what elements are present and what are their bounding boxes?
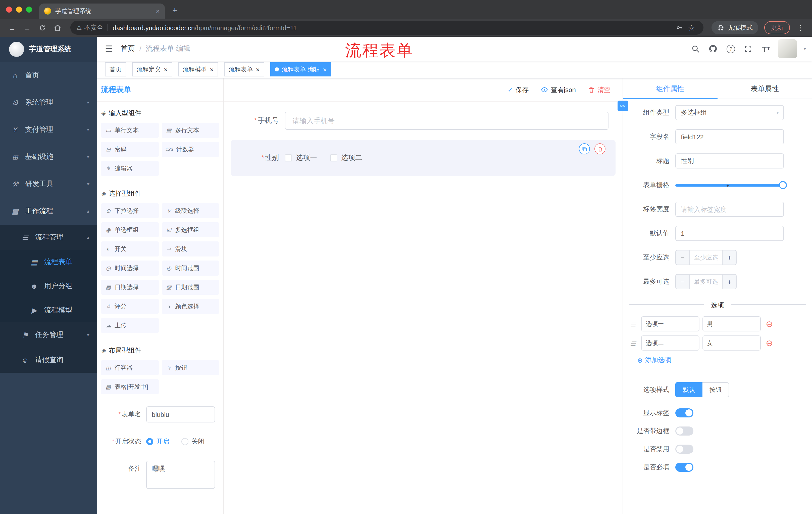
gender-option-1[interactable]: 选项一	[285, 154, 317, 162]
clear-button[interactable]: 清空	[588, 85, 610, 94]
sidebar-item-user-group[interactable]: ☻ 用户分组	[0, 274, 97, 298]
sidebar-item-devtools[interactable]: ⚒ 研发工具 ▾	[0, 170, 97, 198]
tag-process-definition[interactable]: 流程定义 ×	[132, 62, 172, 77]
caret-down-icon[interactable]: ▾	[804, 46, 806, 51]
phone-input[interactable]	[285, 112, 609, 130]
close-window-button[interactable]	[6, 6, 12, 12]
option-value-input[interactable]	[702, 335, 761, 351]
palette-item[interactable]: ☆评分	[101, 299, 158, 314]
max-select-value[interactable]: 最多可选	[690, 275, 722, 289]
default-value-input[interactable]	[675, 226, 784, 241]
field-phone[interactable]: *手机号	[231, 108, 615, 134]
increase-button[interactable]: +	[722, 275, 736, 289]
sidebar-item-process-manage[interactable]: ☰ 流程管理 ▴	[0, 225, 97, 250]
tag-process-form-edit[interactable]: 流程表单-编辑 ×	[270, 62, 331, 77]
help-icon[interactable]: ?	[725, 43, 736, 54]
show-label-toggle[interactable]	[675, 408, 693, 417]
palette-item[interactable]: ◉单选框组	[101, 222, 158, 237]
palette-item[interactable]: ⊟密码	[101, 142, 158, 157]
border-toggle[interactable]	[675, 427, 693, 436]
increase-button[interactable]: +	[722, 250, 736, 265]
tag-home[interactable]: 首页	[105, 62, 126, 77]
sidebar-item-process-model[interactable]: ▶ 流程模型	[0, 298, 97, 322]
tab-form-props[interactable]: 表单属性	[718, 78, 812, 99]
sidebar-logo[interactable]: 芋道管理系统	[0, 37, 97, 62]
palette-item[interactable]: ▭单行文本	[101, 123, 158, 138]
palette-item[interactable]: ◴时间范围	[162, 261, 219, 276]
disabled-toggle[interactable]	[675, 444, 693, 454]
min-select-value[interactable]: 至少应选	[690, 250, 722, 265]
decrease-button[interactable]: −	[676, 250, 690, 265]
breadcrumb-home[interactable]: 首页	[121, 44, 135, 53]
palette-item[interactable]: ▦日期选择	[101, 280, 158, 295]
gender-option-2[interactable]: 选项二	[330, 154, 362, 162]
drag-handle-icon[interactable]: ☰	[630, 339, 638, 347]
password-key-icon[interactable]	[673, 22, 685, 34]
palette-item[interactable]: ☁上传	[101, 318, 158, 333]
forward-icon[interactable]: →	[20, 21, 34, 35]
remove-option-icon[interactable]: ⊖	[766, 339, 773, 347]
add-option-button[interactable]: ⊕ 添加选项	[637, 356, 806, 364]
security-warning-icon[interactable]: ⚠	[76, 24, 82, 31]
save-button[interactable]: ✓ 保存	[508, 85, 529, 94]
drag-handle-icon[interactable]: ☰	[630, 320, 638, 328]
option-value-input[interactable]	[702, 316, 761, 331]
tag-process-model[interactable]: 流程模型 ×	[178, 62, 218, 77]
style-button-button[interactable]: 按钮	[702, 382, 729, 397]
copy-component-button[interactable]	[579, 143, 590, 154]
palette-item[interactable]: ▥日期范围	[162, 280, 219, 295]
palette-item[interactable]: ◷时间选择	[101, 261, 158, 276]
palette-item[interactable]: ◑颜色选择	[162, 299, 219, 314]
fullscreen-icon[interactable]	[743, 43, 754, 54]
search-icon[interactable]	[690, 43, 701, 54]
sidebar-item-system[interactable]: ⚙ 系统管理 ▾	[0, 89, 97, 116]
status-off-radio[interactable]: 关闭	[181, 437, 204, 446]
title-input[interactable]	[675, 154, 784, 168]
required-toggle[interactable]	[675, 463, 693, 472]
field-name-input[interactable]	[675, 129, 784, 144]
palette-item[interactable]: ✎编辑器	[101, 161, 158, 176]
browser-menu-icon[interactable]: ⋮	[794, 24, 807, 32]
sidebar-item-payment[interactable]: ¥ 支付管理 ▾	[0, 116, 97, 143]
close-icon[interactable]: ×	[210, 66, 213, 73]
delete-component-button[interactable]	[594, 143, 606, 154]
field-gender-selected[interactable]: *性别 选项一 选项二	[231, 140, 615, 176]
palette-item[interactable]: ⊸滑块	[162, 241, 219, 256]
palette-item[interactable]: ◫行容器	[101, 360, 158, 375]
status-on-radio[interactable]: 开启	[146, 437, 169, 446]
link-icon[interactable]: ⚯	[617, 101, 628, 111]
palette-item[interactable]: ◐开关	[101, 241, 158, 256]
component-type-select[interactable]: 多选框组 ▾	[675, 105, 784, 120]
sidebar-item-infrastructure[interactable]: ⊞ 基础设施 ▾	[0, 143, 97, 170]
view-json-button[interactable]: 查看json	[541, 85, 576, 94]
back-icon[interactable]: ←	[5, 21, 19, 35]
avatar[interactable]	[778, 39, 797, 58]
sidebar-item-task-manage[interactable]: ⚑ 任务管理 ▾	[0, 322, 97, 348]
option-name-input[interactable]	[641, 335, 699, 351]
grid-slider[interactable]	[675, 178, 784, 193]
minimize-window-button[interactable]	[16, 6, 22, 12]
sidebar-item-leave-query[interactable]: ☺ 请假查询	[0, 348, 97, 373]
hamburger-icon[interactable]: ☰	[97, 44, 121, 54]
label-width-input[interactable]	[675, 202, 784, 217]
font-size-icon[interactable]: TT	[760, 43, 772, 54]
tag-process-form[interactable]: 流程表单 ×	[224, 62, 264, 77]
style-default-button[interactable]: 默认	[675, 382, 702, 397]
slider-handle[interactable]	[779, 181, 787, 189]
option-name-input[interactable]	[641, 316, 699, 331]
palette-item[interactable]: ⋎级联选择	[162, 203, 219, 218]
close-icon[interactable]: ×	[164, 66, 168, 73]
sidebar-item-process-form[interactable]: ▥ 流程表单	[0, 250, 97, 274]
github-icon[interactable]	[708, 43, 719, 54]
palette-item[interactable]: ☟按钮	[162, 360, 219, 375]
browser-tab[interactable]: 芋道管理系统 ×	[39, 3, 165, 19]
new-tab-button[interactable]: +	[168, 3, 182, 18]
maximize-window-button[interactable]	[26, 6, 32, 12]
sidebar-item-workflow[interactable]: ▤ 工作流程 ▴	[0, 198, 97, 225]
palette-item[interactable]: ▤多行文本	[162, 123, 219, 138]
address-bar[interactable]: ⚠ 不安全 dashboard.yudao.iocoder.cn /bpm/ma…	[70, 21, 703, 35]
palette-item[interactable]: ⊙下拉选择	[101, 203, 158, 218]
sidebar-item-home[interactable]: ⌂ 首页	[0, 62, 97, 89]
form-remark-textarea[interactable]: 嘿嘿	[146, 461, 215, 489]
reload-icon[interactable]	[35, 21, 49, 35]
